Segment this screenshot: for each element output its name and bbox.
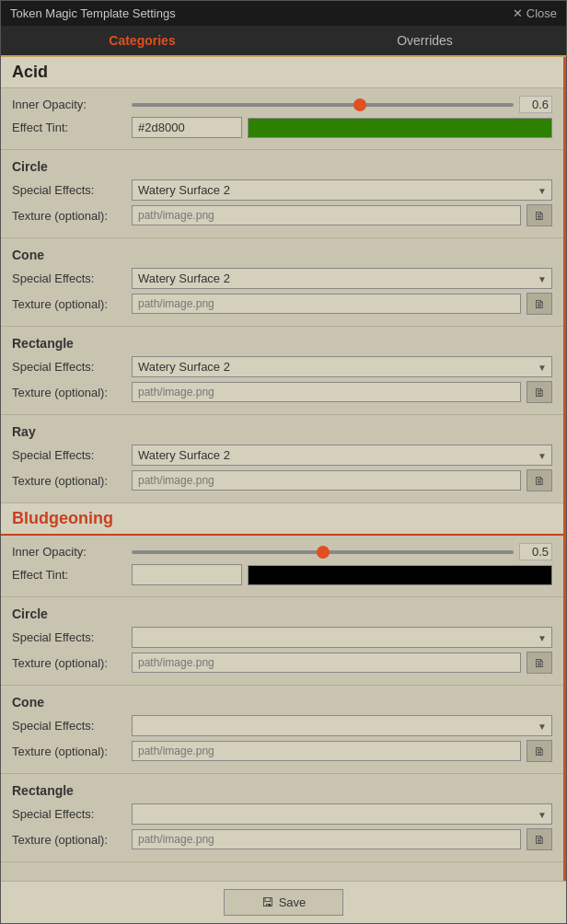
- acid-cone-effects-select[interactable]: Watery Surface 2: [132, 268, 552, 289]
- bludgeoning-rectangle-effects-controls: ▼: [132, 803, 552, 825]
- bludgeoning-rectangle-block: Rectangle Special Effects: ▼ Texture (op…: [1, 774, 563, 862]
- bludgeoning-rectangle-header: Rectangle: [12, 778, 552, 800]
- acid-opacity-value: 0.6: [519, 96, 552, 113]
- bludgeoning-circle-block: Circle Special Effects: ▼ Texture (optio…: [1, 597, 563, 686]
- acid-rectangle-texture-controls: 🗎: [132, 381, 552, 403]
- acid-cone-header: Cone: [12, 242, 552, 264]
- bludgeoning-rectangle-effects-row: Special Effects: ▼: [12, 803, 552, 825]
- bludgeoning-section-block: Inner Opacity: 0.5 Effect Tint:: [1, 536, 563, 597]
- bludgeoning-cone-effects-select-container: ▼: [132, 715, 552, 736]
- bludgeoning-opacity-controls: 0.5: [132, 543, 552, 560]
- acid-ray-effects-select[interactable]: Watery Surface 2: [132, 445, 552, 466]
- acid-rectangle-texture-label: Texture (optional):: [12, 386, 132, 399]
- acid-opacity-slider-container: [132, 103, 514, 107]
- bludgeoning-cone-texture-controls: 🗎: [132, 740, 552, 762]
- bludgeoning-circle-texture-btn[interactable]: 🗎: [526, 652, 552, 674]
- tab-categories[interactable]: Categories: [1, 26, 284, 55]
- save-bar: 🖫 Save: [1, 881, 566, 923]
- acid-rectangle-texture-input[interactable]: [132, 382, 521, 402]
- bludgeoning-rectangle-effects-select[interactable]: [132, 803, 552, 825]
- bludgeoning-cone-effects-select[interactable]: [132, 715, 552, 736]
- save-icon: 🖫: [261, 895, 273, 909]
- acid-tint-label: Effect Tint:: [12, 121, 132, 134]
- acid-circle-block: Circle Special Effects: Watery Surface 2…: [1, 150, 563, 238]
- bludgeoning-cone-texture-btn[interactable]: 🗎: [526, 740, 552, 762]
- acid-cone-texture-controls: 🗎: [132, 293, 552, 315]
- acid-tint-row: Effect Tint:: [12, 117, 552, 138]
- acid-circle-effects-select[interactable]: Watery Surface 2: [132, 179, 552, 201]
- acid-ray-effects-label: Special Effects:: [12, 448, 132, 462]
- acid-ray-effects-controls: Watery Surface 2 ▼: [132, 445, 552, 466]
- bludgeoning-circle-texture-input[interactable]: [132, 653, 521, 673]
- acid-circle-texture-btn[interactable]: 🗎: [526, 204, 552, 226]
- acid-ray-effects-select-container: Watery Surface 2 ▼: [132, 445, 552, 466]
- save-button[interactable]: 🖫 Save: [224, 889, 344, 916]
- acid-rectangle-effects-controls: Watery Surface 2 ▼: [132, 356, 552, 377]
- bludgeoning-rectangle-texture-input[interactable]: [132, 829, 521, 849]
- acid-cone-texture-input[interactable]: [132, 294, 521, 314]
- bludgeoning-section-header: Bludgeoning: [1, 503, 563, 536]
- acid-circle-effects-row: Special Effects: Watery Surface 2 ▼: [12, 179, 552, 201]
- acid-tint-color-swatch[interactable]: [248, 118, 552, 138]
- acid-circle-effects-select-container: Watery Surface 2 ▼: [132, 179, 552, 201]
- bludgeoning-opacity-value: 0.5: [519, 543, 552, 560]
- acid-cone-texture-btn[interactable]: 🗎: [526, 293, 552, 315]
- bludgeoning-cone-texture-row: Texture (optional): 🗎: [12, 740, 552, 762]
- bludgeoning-circle-effects-select[interactable]: [132, 627, 552, 648]
- acid-rectangle-effects-row: Special Effects: Watery Surface 2 ▼: [12, 356, 552, 377]
- bludgeoning-opacity-row: Inner Opacity: 0.5: [12, 543, 552, 560]
- close-button[interactable]: ✕ Close: [513, 6, 557, 20]
- acid-ray-texture-row: Texture (optional): 🗎: [12, 469, 552, 491]
- bludgeoning-cone-block: Cone Special Effects: ▼ Texture (optiona…: [1, 686, 563, 774]
- acid-circle-texture-label: Texture (optional):: [12, 209, 132, 223]
- tab-bar: Categories Overrides: [1, 26, 566, 57]
- acid-circle-effects-label: Special Effects:: [12, 183, 132, 197]
- acid-rectangle-effects-select[interactable]: Watery Surface 2: [132, 356, 552, 377]
- bludgeoning-rectangle-effects-select-container: ▼: [132, 803, 552, 825]
- tab-overrides[interactable]: Overrides: [284, 26, 566, 55]
- bludgeoning-rectangle-effects-label: Special Effects:: [12, 807, 132, 821]
- acid-ray-block: Ray Special Effects: Watery Surface 2 ▼ …: [1, 415, 563, 503]
- bludgeoning-cone-effects-label: Special Effects:: [12, 719, 132, 733]
- bludgeoning-tint-hex-input[interactable]: [132, 564, 242, 585]
- acid-cone-block: Cone Special Effects: Watery Surface 2 ▼…: [1, 238, 563, 327]
- acid-circle-texture-controls: 🗎: [132, 204, 552, 226]
- window-title: Token Magic Template Settings: [10, 6, 176, 20]
- bludgeoning-rectangle-texture-btn[interactable]: 🗎: [526, 828, 552, 850]
- bludgeoning-circle-effects-label: Special Effects:: [12, 630, 132, 644]
- bludgeoning-opacity-slider-container: [132, 550, 514, 554]
- main-window: Token Magic Template Settings ✕ Close Ca…: [0, 0, 567, 924]
- bludgeoning-tint-row: Effect Tint:: [12, 564, 552, 585]
- bludgeoning-cone-texture-input[interactable]: [132, 741, 521, 761]
- bludgeoning-tint-color-swatch[interactable]: [248, 565, 552, 585]
- acid-rectangle-texture-btn[interactable]: 🗎: [526, 381, 552, 403]
- bludgeoning-rectangle-texture-row: Texture (optional): 🗎: [12, 828, 552, 850]
- acid-ray-texture-btn[interactable]: 🗎: [526, 469, 552, 491]
- bludgeoning-cone-effects-row: Special Effects: ▼: [12, 715, 552, 736]
- acid-ray-texture-input[interactable]: [132, 470, 521, 491]
- acid-rectangle-header: Rectangle: [12, 330, 552, 352]
- acid-cone-effects-select-container: Watery Surface 2 ▼: [132, 268, 552, 289]
- bludgeoning-circle-effects-select-container: ▼: [132, 627, 552, 648]
- bludgeoning-cone-texture-label: Texture (optional):: [12, 745, 132, 758]
- acid-circle-texture-input[interactable]: [132, 205, 521, 225]
- bludgeoning-circle-effects-controls: ▼: [132, 627, 552, 648]
- acid-rectangle-block: Rectangle Special Effects: Watery Surfac…: [1, 327, 563, 415]
- acid-cone-texture-row: Texture (optional): 🗎: [12, 293, 552, 315]
- bludgeoning-circle-effects-row: Special Effects: ▼: [12, 627, 552, 648]
- bludgeoning-rectangle-texture-controls: 🗎: [132, 828, 552, 850]
- acid-opacity-controls: 0.6: [132, 96, 552, 113]
- acid-ray-texture-controls: 🗎: [132, 469, 552, 491]
- acid-opacity-row: Inner Opacity: 0.6: [12, 96, 552, 113]
- acid-opacity-label: Inner Opacity:: [12, 98, 132, 111]
- acid-ray-texture-label: Texture (optional):: [12, 474, 132, 488]
- acid-tint-hex-input[interactable]: [132, 117, 242, 138]
- acid-opacity-slider[interactable]: [132, 103, 514, 107]
- acid-cone-effects-controls: Watery Surface 2 ▼: [132, 268, 552, 289]
- bludgeoning-circle-texture-row: Texture (optional): 🗎: [12, 652, 552, 674]
- bludgeoning-opacity-slider[interactable]: [132, 550, 514, 554]
- acid-rectangle-effects-label: Special Effects:: [12, 360, 132, 374]
- content-area: Acid Inner Opacity: 0.6 Effect Tint:: [1, 57, 566, 881]
- acid-circle-effects-controls: Watery Surface 2 ▼: [132, 179, 552, 201]
- acid-cone-effects-label: Special Effects:: [12, 271, 132, 285]
